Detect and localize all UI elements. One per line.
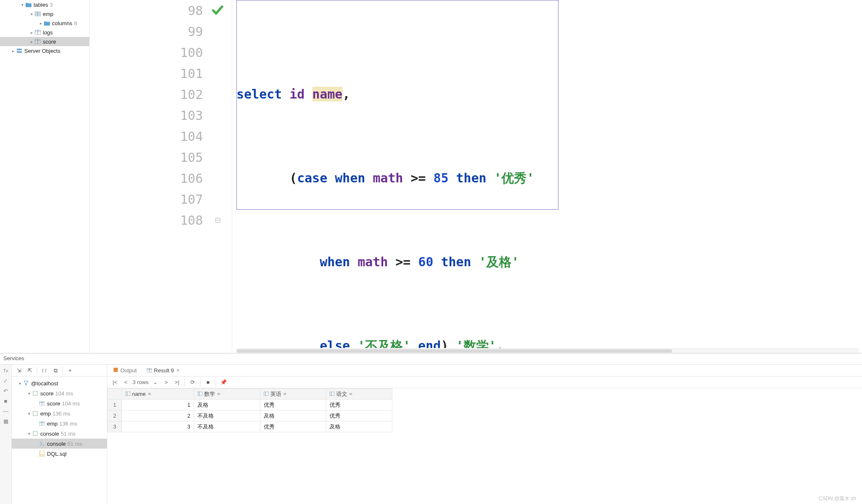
column-header-math[interactable]: 数学≑ bbox=[194, 389, 260, 400]
watermark: CSDN @落水 zh bbox=[818, 495, 856, 502]
table-row[interactable]: 1 1 及格 优秀 优秀 bbox=[108, 400, 392, 410]
folder-icon bbox=[44, 20, 50, 26]
column-header-english[interactable]: 英语≑ bbox=[260, 389, 326, 400]
tree-node-server-objects[interactable]: ▸ Server Objects bbox=[0, 46, 89, 55]
last-page-icon[interactable]: >| bbox=[173, 379, 181, 385]
scrollbar-thumb[interactable] bbox=[236, 349, 672, 353]
cell-math[interactable]: 不及格 bbox=[194, 410, 260, 421]
services-tree-panel: ⇲ ⇱ ⫶⫶ ⧉ + ▾ @localhost bbox=[12, 365, 107, 504]
sql-file-icon: SQL bbox=[39, 450, 45, 457]
close-icon[interactable]: ✕ bbox=[176, 368, 180, 373]
cell-math[interactable]: 及格 bbox=[194, 400, 260, 410]
pin-icon[interactable]: 📌 bbox=[219, 379, 228, 385]
divider bbox=[216, 379, 216, 386]
svg-rect-23 bbox=[114, 368, 118, 372]
editor-code-area[interactable]: select id name, (case when math >= 85 th… bbox=[236, 0, 859, 353]
tree-node-logs[interactable]: ▸ logs bbox=[0, 28, 89, 37]
add-icon[interactable]: + bbox=[65, 366, 75, 375]
output-icon bbox=[113, 367, 118, 374]
line-number: 99 bbox=[90, 24, 207, 39]
divider bbox=[200, 379, 200, 386]
chevron-right-icon: ▸ bbox=[29, 30, 34, 35]
sort-icon[interactable]: ≑ bbox=[217, 391, 221, 397]
sql-editor[interactable]: 98 99 100 101 102 103 104 105 106 107 10… bbox=[90, 0, 862, 353]
tree-node-tables[interactable]: ▾ tables 3 bbox=[0, 0, 89, 9]
tree-time: 104 ms bbox=[62, 400, 80, 407]
prev-page-icon[interactable]: < bbox=[122, 379, 130, 385]
undo-icon[interactable]: ↶ bbox=[3, 387, 9, 394]
divider bbox=[184, 379, 185, 386]
tree-time: 51 ms bbox=[61, 431, 75, 437]
services-query-emp[interactable]: ▾ emp 136 ms bbox=[12, 408, 107, 418]
services-result-score[interactable]: score 104 ms bbox=[12, 398, 107, 408]
cell-chinese[interactable]: 及格 bbox=[326, 421, 392, 432]
line-number: 101 bbox=[90, 66, 207, 81]
chevron-down-icon: ▾ bbox=[29, 12, 34, 16]
cell-english[interactable]: 优秀 bbox=[260, 421, 326, 432]
tree-node-emp[interactable]: ▾ emp bbox=[0, 9, 89, 18]
divider bbox=[37, 367, 37, 374]
chevron-right-icon: ▸ bbox=[10, 49, 16, 53]
query-icon bbox=[32, 430, 39, 437]
server-icon bbox=[16, 47, 23, 54]
table-row[interactable]: 2 2 不及格 及格 优秀 bbox=[108, 410, 392, 421]
chevron-right-icon: ▸ bbox=[38, 21, 44, 26]
line-number: 107 bbox=[90, 192, 207, 207]
services-tree[interactable]: ▾ @localhost ▾ score 104 ms s bbox=[12, 377, 107, 504]
tab-output[interactable]: Output bbox=[110, 366, 140, 375]
column-header-chinese[interactable]: 语文≑ bbox=[326, 389, 392, 400]
svg-rect-31 bbox=[264, 392, 269, 396]
cell-english[interactable]: 及格 bbox=[260, 410, 326, 421]
rows-dropdown-icon[interactable]: ⌄ bbox=[151, 379, 159, 385]
reload-icon[interactable]: ⟳ bbox=[188, 379, 197, 385]
services-result-emp[interactable]: emp 136 ms bbox=[12, 418, 107, 429]
svg-rect-21 bbox=[33, 431, 37, 436]
services-query-score[interactable]: ▾ score 104 ms bbox=[12, 388, 107, 398]
filter-icon[interactable]: ⧉ bbox=[51, 366, 60, 375]
stop-icon[interactable]: ■ bbox=[204, 379, 212, 385]
sort-icon[interactable]: ≑ bbox=[148, 391, 151, 397]
cell-chinese[interactable]: 优秀 bbox=[326, 410, 392, 421]
services-file-dql[interactable]: SQL DQL.sql bbox=[12, 449, 107, 459]
chevron-down-icon: ▾ bbox=[17, 381, 23, 386]
services-panel: Services Tx ✓ ↶ ■ — ▦ ⇲ ⇱ ⫶⫶ ⧉ + bbox=[0, 353, 862, 504]
group-icon[interactable]: ⫶⫶ bbox=[40, 366, 49, 375]
results-grid[interactable]: name≑ 数学≑ 英语≑ 语文≑ 1 1 及格 优秀 bbox=[107, 388, 862, 504]
collapse-all-icon[interactable]: ⇱ bbox=[25, 366, 34, 375]
fold-icon[interactable]: ⊟ bbox=[207, 216, 228, 225]
cell-english[interactable]: 优秀 bbox=[260, 400, 326, 410]
cell-name[interactable]: 1 bbox=[122, 400, 194, 410]
tree-node-score[interactable]: ▸ score bbox=[0, 37, 89, 46]
stop-icon[interactable]: ■ bbox=[3, 397, 9, 404]
editor-horizontal-scrollbar[interactable] bbox=[236, 348, 859, 353]
line-number: 108 bbox=[90, 213, 207, 228]
tab-label: Result 9 bbox=[154, 367, 174, 374]
query-icon bbox=[32, 410, 39, 417]
table-icon bbox=[34, 29, 41, 36]
services-result-console[interactable]: console 51 ms bbox=[12, 439, 107, 449]
tree-label: score bbox=[43, 39, 56, 45]
cell-math[interactable]: 不及格 bbox=[194, 421, 260, 432]
services-query-console[interactable]: ▾ console 51 ms bbox=[12, 429, 107, 439]
tree-node-columns[interactable]: ▸ columns 8 bbox=[0, 18, 89, 28]
check-icon[interactable]: ✓ bbox=[3, 377, 9, 384]
sort-icon[interactable]: ≑ bbox=[349, 391, 353, 397]
results-tabs: Output Result 9 ✕ bbox=[107, 365, 862, 377]
next-page-icon[interactable]: > bbox=[162, 379, 170, 385]
first-page-icon[interactable]: |< bbox=[111, 379, 119, 385]
grid-icon[interactable]: ▦ bbox=[3, 418, 9, 424]
database-tree[interactable]: ▾ tables 3 ▾ emp ▸ columns 8 bbox=[0, 0, 90, 353]
table-icon bbox=[39, 400, 45, 407]
tab-result[interactable]: Result 9 ✕ bbox=[143, 366, 183, 375]
chevron-down-icon: ▾ bbox=[26, 431, 32, 436]
cell-chinese[interactable]: 优秀 bbox=[326, 400, 392, 410]
line-number: 98 bbox=[90, 3, 207, 18]
column-label: name bbox=[132, 391, 146, 397]
column-header-name[interactable]: name≑ bbox=[122, 389, 194, 400]
cell-name[interactable]: 3 bbox=[122, 421, 194, 432]
expand-all-icon[interactable]: ⇲ bbox=[14, 366, 23, 375]
cell-name[interactable]: 2 bbox=[122, 410, 194, 421]
sort-icon[interactable]: ≑ bbox=[283, 391, 287, 397]
table-row[interactable]: 3 3 不及格 优秀 及格 bbox=[108, 421, 392, 432]
services-host[interactable]: ▾ @localhost bbox=[12, 378, 107, 388]
